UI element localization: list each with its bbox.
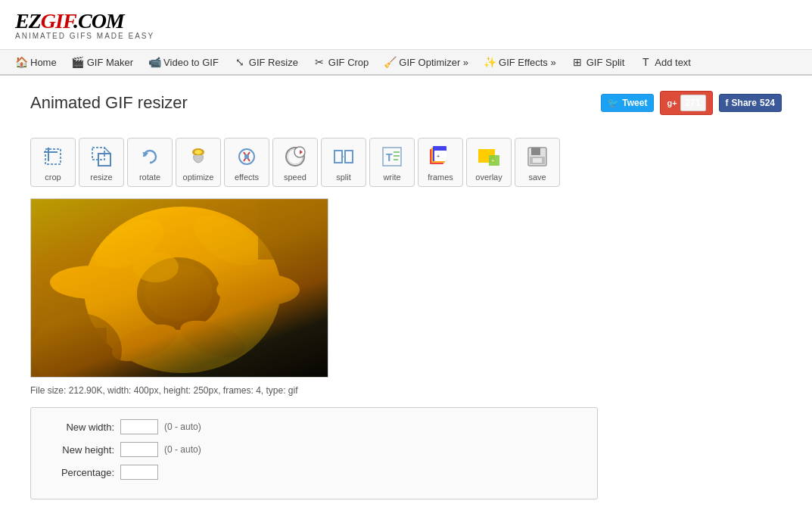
tool-write[interactable]: T write [369, 138, 415, 187]
resize-form: New width: (0 - auto) New height: (0 - a… [30, 407, 598, 499]
width-row: New width: (0 - auto) [46, 419, 582, 434]
nav-gif-effects[interactable]: ✨ GIF Effects » [476, 50, 564, 74]
home-icon: 🏠 [15, 56, 27, 68]
svg-line-5 [104, 148, 110, 154]
svg-text:+: + [491, 157, 495, 164]
svg-point-49 [133, 252, 179, 282]
tool-crop[interactable]: crop [30, 138, 76, 187]
optimize-tool-icon [185, 143, 212, 170]
facebook-icon: f [726, 98, 729, 108]
toolbar: crop resize [30, 138, 782, 187]
header: EZGIF.COM ANIMATED GIFS MADE EASY [0, 0, 812, 50]
rotate-tool-icon [136, 143, 163, 170]
tool-rotate-label: rotate [139, 173, 160, 182]
nav-gif-resize[interactable]: ⤡ GIF Resize [226, 50, 306, 74]
gplus-button[interactable]: g+ 271 [660, 91, 712, 115]
logo[interactable]: EZGIF.COM ANIMATED GIFS MADE EASY [15, 9, 797, 40]
svg-rect-33 [531, 148, 540, 155]
split-icon: ⊞ [571, 56, 583, 68]
main-nav: 🏠 Home 🎬 GIF Maker 📹 Video to GIF ⤡ GIF … [0, 50, 812, 76]
width-hint: (0 - auto) [164, 422, 201, 432]
nav-add-text-label: Add text [655, 57, 691, 68]
tool-resize-label: resize [90, 173, 112, 182]
rotate-svg [138, 145, 162, 169]
tool-write-label: write [383, 173, 400, 182]
svg-rect-15 [334, 151, 342, 163]
logo-subtitle: ANIMATED GIFS MADE EASY [15, 32, 797, 40]
nav-gif-optimizer[interactable]: 🧹 GIF Optimizer » [376, 50, 476, 74]
tool-effects[interactable]: effects [224, 138, 269, 187]
social-bar: 🐦 Tweet g+ 271 f Share 524 [601, 91, 782, 115]
nav-video-to-gif-label: Video to GIF [163, 57, 219, 68]
facebook-button[interactable]: f Share 524 [719, 94, 782, 112]
gif-preview-svg [31, 199, 328, 378]
width-input[interactable] [120, 419, 158, 434]
nav-video-to-gif[interactable]: 📹 Video to GIF [141, 50, 226, 74]
effects-icon: ✨ [484, 56, 496, 68]
tool-speed[interactable]: speed [272, 138, 318, 187]
gif-image [30, 198, 328, 378]
svg-text:T: T [386, 151, 393, 163]
logo-ez: EZ [15, 9, 41, 33]
nav-home[interactable]: 🏠 Home [8, 50, 64, 74]
width-label: New width: [46, 422, 114, 433]
nav-gif-maker-label: GIF Maker [87, 57, 133, 68]
crop-icon: ✂ [313, 56, 325, 68]
svg-rect-35 [533, 158, 542, 163]
facebook-count: 524 [760, 98, 775, 108]
save-svg [525, 145, 549, 169]
svg-rect-46 [31, 328, 107, 378]
svg-text:+: + [437, 154, 440, 159]
video-icon: 📹 [148, 56, 160, 68]
gif-container [30, 198, 782, 378]
svg-point-44 [107, 317, 182, 369]
nav-home-label: Home [30, 57, 57, 68]
tool-rotate[interactable]: rotate [127, 138, 173, 187]
file-info: File size: 212.90K, width: 400px, height… [30, 385, 782, 396]
svg-rect-16 [345, 151, 353, 163]
tweet-button[interactable]: 🐦 Tweet [601, 94, 654, 112]
logo-gif: GIF [41, 9, 73, 33]
overlay-svg: + [477, 145, 501, 169]
optimize-svg [186, 145, 210, 169]
overlay-tool-icon: + [475, 143, 502, 170]
tool-optimize[interactable]: optimize [176, 138, 221, 187]
percentage-input[interactable] [120, 465, 158, 480]
twitter-bird-icon: 🐦 [608, 98, 619, 108]
split-svg [331, 145, 356, 169]
tool-split[interactable]: split [321, 138, 366, 187]
page-title: Animated GIF resizer [30, 93, 188, 113]
nav-gif-effects-label: GIF Effects » [499, 57, 556, 68]
save-tool-icon [524, 143, 551, 170]
tool-frames-label: frames [428, 173, 453, 182]
tool-overlay[interactable]: + overlay [466, 138, 512, 187]
nav-gif-maker[interactable]: 🎬 GIF Maker [64, 50, 141, 74]
tool-speed-label: speed [284, 173, 306, 182]
height-label: New height: [46, 444, 114, 456]
svg-point-45 [176, 313, 250, 365]
svg-point-43 [50, 266, 133, 299]
svg-point-10 [244, 154, 249, 159]
svg-rect-36 [31, 199, 328, 378]
nav-add-text[interactable]: T Add text [632, 50, 698, 74]
split-tool-icon [330, 143, 357, 170]
text-icon: T [639, 56, 652, 68]
height-row: New height: (0 - auto) [46, 442, 582, 457]
gplus-icon: g+ [667, 98, 677, 107]
height-input[interactable] [120, 442, 158, 457]
tool-frames[interactable]: + frames [418, 138, 463, 187]
effects-svg [235, 145, 259, 169]
film-icon: 🎬 [72, 56, 84, 68]
facebook-share-label: Share [732, 98, 757, 108]
nav-gif-crop[interactable]: ✂ GIF Crop [306, 50, 376, 74]
tool-resize[interactable]: resize [79, 138, 124, 187]
nav-gif-optimizer-label: GIF Optimizer » [399, 57, 468, 68]
svg-point-37 [84, 207, 281, 373]
nav-gif-resize-label: GIF Resize [249, 57, 298, 68]
tool-effects-label: effects [235, 173, 259, 182]
crop-svg [41, 145, 65, 169]
tool-overlay-label: overlay [475, 173, 502, 182]
tool-save[interactable]: save [515, 138, 560, 187]
crop-tool-icon [39, 143, 67, 170]
nav-gif-split[interactable]: ⊞ GIF Split [564, 50, 633, 74]
